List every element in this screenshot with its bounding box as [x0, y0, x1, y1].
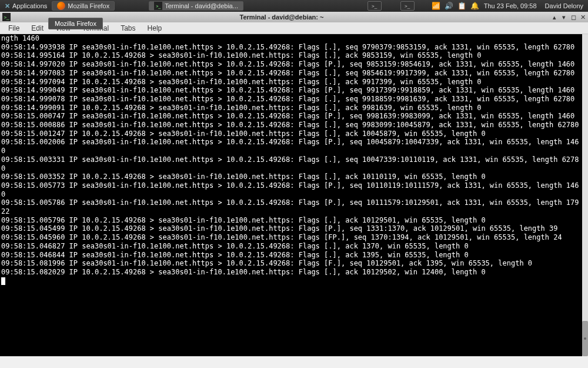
notification-icon[interactable]: 🔔 [471, 2, 479, 10]
terminal-cursor [1, 277, 5, 285]
scrollbar-thumb[interactable] [582, 321, 588, 356]
clipboard-icon[interactable]: 📋 [458, 2, 466, 10]
username[interactable]: David Delony [542, 2, 587, 9]
tooltip: Mozilla Firefox [48, 18, 103, 29]
taskbar-terminal[interactable]: Terminal - david@debia... [149, 1, 243, 11]
terminal-text: ngth 1460 09:58:14.993938 IP sea30s01-in… [1, 34, 579, 276]
quick-launch-terminal-2[interactable] [400, 1, 415, 11]
menu-tabs[interactable]: Tabs [115, 23, 141, 34]
system-panel: ✕ Applications Mozilla Firefox Terminal … [0, 0, 588, 12]
volume-icon[interactable]: 🔊 [445, 2, 453, 10]
taskbar-firefox[interactable]: Mozilla Firefox [52, 1, 115, 11]
applications-menu[interactable]: ✕ Applications [1, 2, 51, 10]
shade-button[interactable]: ◻ [569, 13, 577, 21]
window-terminal-icon [2, 13, 11, 21]
scrollbar[interactable] [582, 34, 588, 356]
quick-launch-terminal-1[interactable] [368, 1, 382, 11]
network-icon[interactable]: 📶 [432, 2, 440, 10]
minimize-button[interactable]: ▴ [550, 13, 559, 21]
menu-edit[interactable]: Edit [25, 23, 49, 34]
applications-label: Applications [12, 2, 47, 9]
terminal-output[interactable]: ngth 1460 09:58:14.993938 IP sea30s01-in… [0, 34, 582, 356]
menu-file[interactable]: File [2, 23, 25, 34]
maximize-button[interactable]: ▾ [560, 13, 568, 21]
taskbar-firefox-label: Mozilla Firefox [68, 2, 109, 9]
taskbar-terminal-label: Terminal - david@debia... [165, 2, 238, 9]
clock[interactable]: Thu 23 Feb, 09:58 [484, 2, 537, 9]
terminal-icon [154, 2, 162, 10]
firefox-icon [57, 2, 65, 10]
close-button[interactable]: ✕ [579, 13, 587, 21]
xfce-icon: ✕ [5, 2, 10, 10]
menu-help[interactable]: Help [142, 23, 168, 34]
